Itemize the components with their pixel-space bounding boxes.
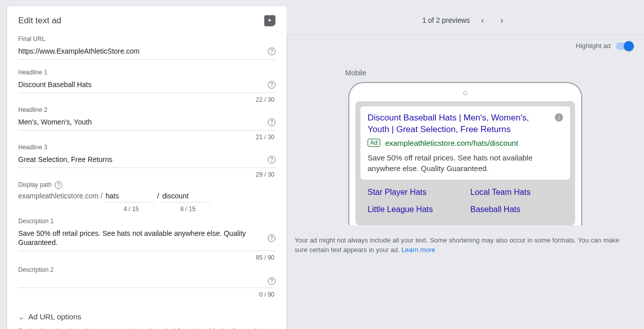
- headline3-input[interactable]: Great Selection, Free Returns: [18, 154, 268, 166]
- preview-topbar: 1 of 2 previews ‹ ›: [287, 6, 644, 34]
- highlight-ad-toggle[interactable]: [616, 43, 633, 50]
- next-preview-button[interactable]: ›: [495, 12, 508, 29]
- sitelink[interactable]: Local Team Hats: [470, 188, 563, 197]
- path-separator: /: [157, 192, 159, 200]
- path1-input[interactable]: hats: [106, 192, 154, 202]
- final-url-label: Final URL: [18, 35, 275, 43]
- desc2-input[interactable]: [18, 276, 268, 285]
- desc2-label: Description 2: [18, 266, 275, 273]
- learn-more-link[interactable]: Learn more: [401, 246, 435, 254]
- path1-counter: 4 / 15: [124, 205, 139, 213]
- chevron-down-icon: ⌄: [18, 313, 24, 321]
- display-path-label: Display path: [18, 181, 52, 188]
- mobile-label: Mobile: [345, 69, 366, 77]
- display-domain: exampleathleticstore.com /: [18, 192, 103, 200]
- ad-preview-card: Discount Baseball Hats | Men's, Women's,…: [355, 101, 575, 225]
- sitelink[interactable]: Star Player Hats: [368, 188, 460, 197]
- phone-frame: Discount Baseball Hats | Men's, Women's,…: [348, 82, 582, 225]
- preview-disclaimer: Your ad might not always include all you…: [287, 225, 644, 255]
- help-icon[interactable]: ?: [268, 234, 275, 242]
- help-icon[interactable]: ?: [268, 81, 275, 89]
- desc2-counter: 0 / 90: [18, 291, 275, 298]
- desc1-input[interactable]: Save 50% off retail prices. See hats not…: [18, 228, 268, 249]
- help-icon[interactable]: ?: [268, 156, 275, 163]
- path2-counter: 8 / 15: [180, 205, 195, 213]
- highlight-ad-label: Highlight ad: [576, 42, 611, 50]
- help-icon[interactable]: ?: [268, 48, 275, 55]
- headline3-label: Headline 3: [18, 144, 275, 151]
- headline1-input[interactable]: Discount Baseball Hats: [18, 79, 268, 91]
- edit-panel: Edit text ad Final URL https://www.Examp…: [7, 6, 287, 329]
- headline3-counter: 29 / 30: [18, 171, 275, 178]
- headline2-label: Headline 2: [18, 106, 275, 113]
- path2-input[interactable]: discount: [162, 192, 211, 202]
- sitelink[interactable]: Baseball Hats: [470, 205, 563, 214]
- headline1-counter: 22 / 30: [18, 96, 275, 103]
- sitelink[interactable]: Little League Hats: [368, 205, 460, 214]
- preview-counter: 1 of 2 previews: [422, 16, 470, 24]
- prev-preview-button[interactable]: ‹: [476, 12, 489, 29]
- desc1-counter: 85 / 90: [18, 254, 275, 261]
- ad-description: Save 50% off retail prices. See hats not…: [368, 152, 563, 174]
- help-icon[interactable]: ?: [55, 181, 62, 189]
- help-icon[interactable]: ?: [268, 118, 275, 126]
- headline2-counter: 21 / 30: [18, 134, 275, 141]
- speaker-icon: [463, 91, 467, 95]
- suggestions-icon[interactable]: [264, 15, 275, 26]
- panel-title: Edit text ad: [18, 16, 264, 26]
- help-icon[interactable]: ?: [268, 277, 275, 285]
- headline1-label: Headline 1: [18, 69, 275, 76]
- save-note: Saving the ad updates it to a new versio…: [18, 326, 275, 329]
- desc1-label: Description 1: [18, 218, 275, 225]
- headline2-input[interactable]: Men's, Women's, Youth: [18, 116, 268, 128]
- info-icon[interactable]: i: [555, 113, 563, 121]
- final-url-input[interactable]: https://www.ExampleAthleticStore.com: [18, 46, 268, 57]
- ad-display-url: exampleathleticstore.com/hats/discount: [385, 139, 518, 147]
- ad-url-options-toggle[interactable]: ⌄ Ad URL options: [18, 312, 275, 321]
- ad-headline: Discount Baseball Hats | Men's, Women's,…: [368, 112, 563, 136]
- ad-badge: Ad: [368, 139, 380, 147]
